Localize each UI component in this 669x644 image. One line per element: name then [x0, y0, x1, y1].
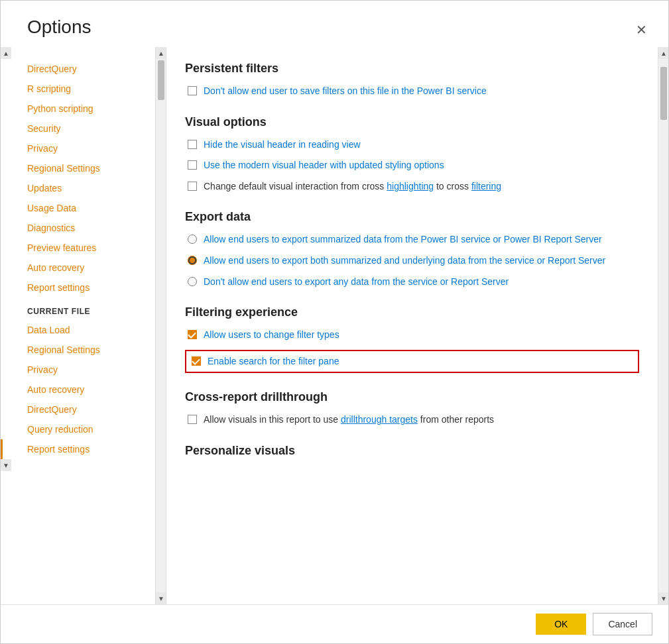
sidebar-item-updates[interactable]: Updates: [1, 178, 155, 198]
sidebar-item-privacy-cf[interactable]: Privacy: [1, 360, 155, 380]
checkbox-pf1[interactable]: [188, 86, 197, 95]
option-row-vo2: Use the modern visual header with update…: [185, 159, 639, 172]
sidebar-global-items: DirectQueryR scriptingPython scriptingSe…: [1, 59, 155, 297]
sidebar: ▲ DirectQueryR scriptingPython scripting…: [1, 47, 166, 604]
sidebar-scroll-up[interactable]: ▲: [1, 47, 11, 59]
main-scrollbar-thumb-area: [658, 59, 668, 592]
ok-button[interactable]: OK: [536, 614, 586, 635]
close-button[interactable]: ✕: [631, 19, 652, 40]
sidebar-item-diagnostics[interactable]: Diagnostics: [1, 218, 155, 238]
sidebar-scrollbar: ▲ ▼: [155, 47, 166, 604]
sidebar-item-regionalsettings-cf[interactable]: Regional Settings: [1, 340, 155, 360]
sidebar-scrollbar-up-arrow[interactable]: ▲: [156, 47, 166, 59]
checkbox-vo1[interactable]: [188, 140, 197, 149]
cancel-button[interactable]: Cancel: [593, 613, 652, 635]
option-label-vo3: Change default visual interaction from c…: [204, 180, 501, 193]
sidebar-scroll-down[interactable]: ▼: [1, 459, 11, 471]
section-title-export-data: Export data: [185, 210, 639, 224]
sidebar-item-usagedata[interactable]: Usage Data: [1, 198, 155, 218]
option-label-vo2: Use the modern visual header with update…: [204, 159, 444, 172]
sidebar-item-queryreduction[interactable]: Query reduction: [1, 419, 155, 439]
dialog-footer: OK Cancel: [1, 604, 668, 643]
sidebar-scrollbar-thumb-area: [156, 59, 166, 592]
option-row-ed2: Allow end users to export both summarize…: [185, 254, 639, 268]
option-label-ed2: Allow end users to export both summarize…: [204, 254, 605, 268]
sidebar-item-directquery-cf[interactable]: DirectQuery: [1, 400, 155, 419]
option-label-fe2: Enable search for the filter pane: [208, 355, 339, 368]
section-title-filtering-experience: Filtering experience: [185, 305, 639, 319]
section-title-cross-report-drillthrough: Cross-report drillthrough: [185, 390, 639, 404]
option-row-ed1: Allow end users to export summarized dat…: [185, 233, 639, 246]
options-dialog: Options ✕ ▲ DirectQueryR scriptingPython…: [0, 0, 669, 644]
sidebar-scrollbar-thumb[interactable]: [158, 60, 164, 100]
checkbox-vo2[interactable]: [188, 160, 197, 170]
option-label-fe1: Allow users to change filter types: [204, 329, 339, 342]
option-label-ed3: Don't allow end users to export any data…: [204, 276, 509, 289]
sidebar-current-file-items: Data LoadRegional SettingsPrivacyAuto re…: [1, 320, 155, 459]
main-scrollbar: ▲ ▼: [658, 47, 668, 604]
dialog-header: Options ✕: [1, 1, 668, 47]
option-label-pf1: Don't allow end user to save filters on …: [204, 85, 487, 98]
sidebar-item-reportsettings-global[interactable]: Report settings: [1, 278, 155, 297]
option-row-crd1: Allow visuals in this report to use dril…: [185, 413, 639, 427]
sidebar-item-security[interactable]: Security: [1, 119, 155, 138]
main-scrollbar-up-arrow[interactable]: ▲: [658, 47, 668, 59]
radio-ed1[interactable]: [188, 235, 197, 244]
dialog-body: ▲ DirectQueryR scriptingPython scripting…: [1, 47, 668, 604]
radio-ed2[interactable]: [188, 256, 197, 265]
radio-ed3[interactable]: [188, 277, 197, 286]
section-title-personalize-visuals: Personalize visuals: [185, 444, 639, 458]
sidebar-item-pythonscripting[interactable]: Python scripting: [1, 99, 155, 119]
sidebar-item-directquery[interactable]: DirectQuery: [1, 59, 155, 79]
option-label-crd1: Allow visuals in this report to use dril…: [204, 413, 494, 427]
main-scrollbar-thumb[interactable]: [660, 67, 667, 120]
checkbox-fe1[interactable]: [188, 330, 197, 339]
option-row-fe2: Enable search for the filter pane: [185, 350, 639, 374]
sidebar-nav: ▲ DirectQueryR scriptingPython scripting…: [1, 47, 155, 604]
sidebar-scrollbar-down-arrow[interactable]: ▼: [156, 592, 166, 604]
checkbox-vo3[interactable]: [188, 182, 197, 191]
main-panel: Persistent filtersDon't allow end user t…: [166, 47, 668, 604]
sidebar-item-previewfeatures[interactable]: Preview features: [1, 238, 155, 258]
sidebar-item-regionalsettings[interactable]: Regional Settings: [1, 158, 155, 178]
sidebar-item-rscripting[interactable]: R scripting: [1, 79, 155, 99]
dialog-title: Options: [27, 17, 91, 38]
sidebar-item-reportsettings[interactable]: Report settings: [1, 439, 155, 459]
option-row-ed3: Don't allow end users to export any data…: [185, 276, 639, 289]
option-row-pf1: Don't allow end user to save filters on …: [185, 85, 639, 98]
checkbox-crd1[interactable]: [188, 415, 197, 424]
sidebar-item-autorecovery[interactable]: Auto recovery: [1, 258, 155, 278]
option-row-vo1: Hide the visual header in reading view: [185, 138, 639, 152]
main-content-area: Persistent filtersDon't allow end user t…: [166, 47, 658, 604]
option-row-vo3: Change default visual interaction from c…: [185, 180, 639, 193]
option-row-fe1: Allow users to change filter types: [185, 329, 639, 342]
section-title-persistent-filters: Persistent filters: [185, 62, 639, 76]
main-scrollbar-down-arrow[interactable]: ▼: [658, 592, 668, 604]
sidebar-section-header: CURRENT FILE: [1, 297, 155, 320]
section-title-visual-options: Visual options: [185, 115, 639, 129]
option-label-ed1: Allow end users to export summarized dat…: [204, 233, 602, 246]
sidebar-item-privacy[interactable]: Privacy: [1, 138, 155, 158]
checkbox-fe2[interactable]: [192, 356, 201, 366]
sidebar-item-autorecovery-cf[interactable]: Auto recovery: [1, 380, 155, 400]
sidebar-item-dataload[interactable]: Data Load: [1, 320, 155, 340]
option-label-vo1: Hide the visual header in reading view: [204, 138, 361, 152]
